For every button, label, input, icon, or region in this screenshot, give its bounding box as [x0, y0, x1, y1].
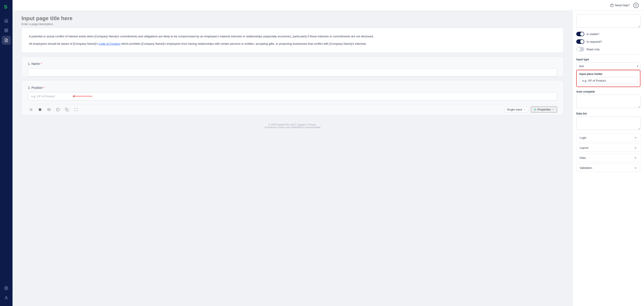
accordion-logic: Logic: [576, 134, 640, 142]
accordion-layout: Layout: [576, 144, 640, 152]
policy-before-link: All employees should be aware of [Compan…: [29, 42, 98, 46]
is-visible-toggle[interactable]: [576, 32, 584, 36]
single-input-label: Single Input: [507, 108, 522, 111]
input-type-label: Input type: [576, 58, 640, 61]
chevron-down-icon: [523, 108, 526, 111]
sidebar-item-home[interactable]: [2, 16, 11, 25]
policy-after-link: which prohibits [Company Name]'s employe…: [120, 42, 367, 46]
input-placeholder-input[interactable]: [580, 77, 637, 84]
code-of-conduct-link[interactable]: Code of Conduct: [98, 42, 120, 46]
topbar: Need help?: [12, 0, 644, 11]
input-placeholder-section: Input place holder: [576, 70, 640, 87]
question-title-1: Name: [32, 62, 40, 66]
help-icon: [610, 4, 614, 7]
policy-text: A potential or actual conflict of intere…: [29, 34, 556, 46]
content-layout: A potential or actual conflict of intere…: [12, 11, 644, 306]
svg-rect-4: [7, 31, 8, 32]
sidebar-item-settings[interactable]: [2, 284, 11, 292]
accordion-data-label: Data: [580, 156, 586, 160]
arrow-indicator: [73, 95, 92, 97]
visibility-icon[interactable]: [46, 106, 52, 113]
question-num-1: 1.: [28, 62, 31, 66]
properties-button[interactable]: Properties: [531, 106, 557, 112]
accordion-logic-header[interactable]: Logic: [576, 134, 640, 142]
svg-point-11: [635, 4, 637, 6]
top-description-textarea[interactable]: [576, 14, 640, 28]
is-required-toggle[interactable]: [576, 39, 584, 44]
copy-icon[interactable]: [64, 106, 70, 113]
svg-rect-21: [66, 109, 68, 111]
privacy-link[interactable]: Privacy: [308, 123, 316, 126]
policy-paragraph-2: All employees should be aware of [Compan…: [29, 42, 556, 46]
sidebar-item-analytics[interactable]: [2, 26, 11, 35]
sidebar-item-forms[interactable]: [2, 36, 11, 45]
svg-rect-3: [5, 31, 6, 32]
accordion-validation: Validation: [576, 164, 640, 172]
toggle-knob-readonly: [577, 48, 580, 51]
auto-complete-label: Auto complete: [576, 90, 640, 93]
read-only-toggle[interactable]: [576, 47, 584, 52]
footer: © 2023 Speeki Pte Ltd.® | Support | Priv…: [22, 119, 564, 133]
accordion-data: Data: [576, 154, 640, 162]
svg-point-7: [6, 288, 7, 289]
auto-complete-textarea[interactable]: [576, 94, 640, 108]
accordion-layout-label: Layout: [580, 146, 588, 150]
name-input[interactable]: [28, 68, 557, 76]
circle-icon: [635, 4, 637, 6]
svg-point-16: [40, 109, 41, 110]
required-indicator-1: *: [41, 62, 42, 66]
sidebar-logo: S: [2, 3, 10, 11]
footer-copyright: © 2023 Speeki Pte Ltd.®: [268, 123, 296, 126]
policy-card: A potential or actual conflict of intere…: [22, 28, 564, 53]
need-help-button[interactable]: Need help?: [610, 4, 630, 7]
properties-chevron-icon: [552, 108, 554, 111]
page-title-section: [22, 11, 564, 28]
required-icon[interactable]: [55, 106, 61, 113]
chevron-down-icon-layout: [634, 146, 637, 150]
sidebar: S: [0, 0, 12, 306]
sidebar-item-user[interactable]: [2, 294, 11, 302]
properties-icon: [534, 108, 537, 111]
chevron-down-icon-validation: [634, 166, 637, 170]
input-type-select[interactable]: text number email password tel url: [576, 62, 640, 70]
support-link[interactable]: Support: [298, 123, 306, 126]
data-list-textarea[interactable]: [576, 116, 640, 130]
read-only-label: Read only: [586, 48, 600, 51]
question-card-1: 1. Name *: [22, 56, 564, 77]
accordion-data-header[interactable]: Data: [576, 154, 640, 162]
position-input[interactable]: [28, 92, 557, 100]
policy-paragraph-1: A potential or actual conflict of intere…: [29, 34, 556, 39]
accordion-validation-label: Validation: [580, 166, 592, 170]
settings-field-icon[interactable]: [37, 106, 43, 113]
is-required-row: Is required?: [576, 39, 640, 44]
position-input-row: [28, 92, 557, 100]
is-required-label: Is required?: [586, 40, 602, 44]
toolbar-left: [28, 106, 34, 113]
status-icon: [633, 3, 639, 8]
drag-handle-icon[interactable]: [28, 106, 34, 113]
is-visible-row: Is visible?: [576, 32, 640, 36]
chevron-down-icon-data: [634, 156, 637, 160]
is-visible-label: Is visible?: [586, 32, 599, 36]
single-input-button[interactable]: Single Input: [504, 107, 528, 112]
accordion-logic-label: Logic: [580, 136, 586, 139]
footer-main: © 2023 Speeki Pte Ltd.® | Support | Priv…: [26, 123, 559, 126]
svg-text:S: S: [4, 4, 8, 10]
accordion-validation-header[interactable]: Validation: [576, 164, 640, 172]
arrow-head: [73, 95, 74, 97]
need-help-label: Need help?: [615, 4, 630, 7]
input-placeholder-label: Input place holder: [580, 72, 637, 76]
accordion-layout-header[interactable]: Layout: [576, 144, 640, 152]
svg-rect-2: [7, 29, 8, 30]
move-icon[interactable]: [73, 106, 79, 113]
divider-1: [576, 54, 640, 55]
properties-label: Properties: [538, 108, 551, 111]
question-card-2: 2. Position *: [22, 80, 564, 115]
required-indicator-2: *: [44, 86, 45, 90]
toolbar-right: Single Input Properties: [504, 106, 557, 112]
page-title-input[interactable]: [22, 15, 564, 22]
page-description-input[interactable]: [22, 22, 564, 26]
toggle-knob-visible: [580, 32, 584, 36]
footer-sub: A minimum screen size 1440x900 is recomm…: [26, 126, 559, 128]
svg-rect-1: [5, 29, 6, 30]
